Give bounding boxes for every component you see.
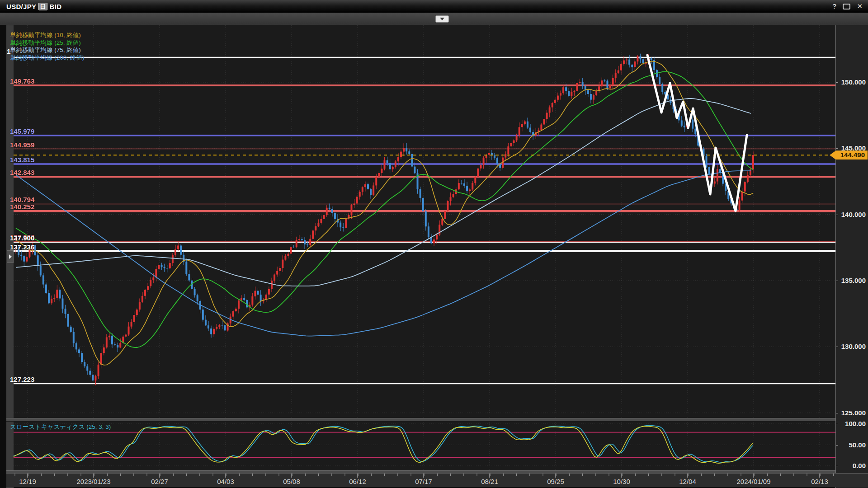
price-level-label: 140.794 xyxy=(10,196,34,203)
date-axis[interactable]: 12/192023/01/2302/2704/0305/0806/1207/17… xyxy=(6,473,868,487)
date-axis-label: 09/25 xyxy=(547,478,564,485)
date-axis-label: 02/13 xyxy=(811,478,828,485)
date-axis-label: 12/19 xyxy=(19,478,36,485)
date-axis-label: 12/04 xyxy=(679,478,696,485)
date-axis-label: 2023/01/23 xyxy=(76,478,110,485)
price-axis-label: 150.000 xyxy=(841,78,866,86)
window-title: USD/JPY 日 BID xyxy=(0,3,61,10)
date-axis-label: 2024/01/09 xyxy=(736,478,770,485)
price-level-label: 127.223 xyxy=(10,375,34,383)
date-axis-label: 06/12 xyxy=(349,478,366,485)
price-level-label: 140.252 xyxy=(10,203,34,211)
price-axis[interactable]: 150.000145.000140.000135.000130.000125.0… xyxy=(835,25,868,488)
price-level-label: 137.900 xyxy=(10,234,34,242)
stoch-axis-label: 50.00 xyxy=(849,441,866,449)
price-level-label: 137.236 xyxy=(10,243,34,251)
side-panel-expand-button[interactable] xyxy=(7,250,14,263)
date-axis-label: 02/27 xyxy=(151,478,168,485)
chevron-right-icon xyxy=(9,254,12,259)
ma-legend-item[interactable]: 単純移動平均線 (200, 終値) xyxy=(10,54,84,62)
price-level-label: 149.763 xyxy=(10,77,34,85)
stoch-axis-label: 0.00 xyxy=(853,462,866,469)
date-axis-label: 04/03 xyxy=(217,478,234,485)
price-level-label: 143.815 xyxy=(10,156,34,164)
chart-window: USD/JPY 日 BID ? ✕ 単純移動平均線 (10, 終値)単純移動平均… xyxy=(0,0,868,488)
chart-background xyxy=(14,25,835,418)
date-axis-label: 05/08 xyxy=(283,478,300,485)
help-button[interactable]: ? xyxy=(832,2,836,10)
date-axis-label: 07/17 xyxy=(415,478,432,485)
ma-legend: 単純移動平均線 (10, 終値)単純移動平均線 (25, 終値)単純移動平均線 … xyxy=(10,32,84,61)
stoch-background xyxy=(14,421,835,471)
stochastic-legend: スローストキャスティクス (25, 3, 3) xyxy=(10,423,111,431)
price-axis-label: 135.000 xyxy=(841,277,866,284)
maximize-button[interactable] xyxy=(843,4,850,9)
price-axis-label: 125.000 xyxy=(841,409,866,417)
chevron-down-icon xyxy=(440,18,444,20)
date-axis-label: 10/30 xyxy=(613,478,630,485)
toolbar-collapse-button[interactable] xyxy=(435,15,449,23)
price-level-label: 145.979 xyxy=(10,127,34,135)
price-axis-label: 140.000 xyxy=(841,211,866,218)
current-price-badge: 144.490 xyxy=(830,150,868,160)
price-level-label: 144.959 xyxy=(10,141,34,149)
stoch-axis-label: 100.00 xyxy=(845,420,866,427)
pane-splitter[interactable] xyxy=(6,418,868,422)
titlebar[interactable]: USD/JPY 日 BID ? ✕ xyxy=(0,0,868,13)
close-button[interactable]: ✕ xyxy=(857,2,863,10)
price-axis-label: 130.000 xyxy=(841,343,866,350)
toolbar-strip xyxy=(0,13,868,25)
stochastic-chart[interactable] xyxy=(14,421,835,471)
price-side-label: BID xyxy=(50,3,62,10)
window-controls: ? ✕ xyxy=(832,2,868,10)
ma-legend-item[interactable]: 単純移動平均線 (10, 終値) xyxy=(10,32,84,39)
timeframe-badge: 日 xyxy=(38,3,47,10)
date-axis-label: 08/21 xyxy=(481,478,498,485)
symbol-label: USD/JPY xyxy=(6,3,36,10)
ma-legend-item[interactable]: 単純移動平均線 (75, 終値) xyxy=(10,47,84,54)
price-level-label: 142.843 xyxy=(10,169,34,176)
price-chart[interactable] xyxy=(14,25,835,418)
ma-legend-item[interactable]: 単純移動平均線 (25, 終値) xyxy=(10,39,84,47)
